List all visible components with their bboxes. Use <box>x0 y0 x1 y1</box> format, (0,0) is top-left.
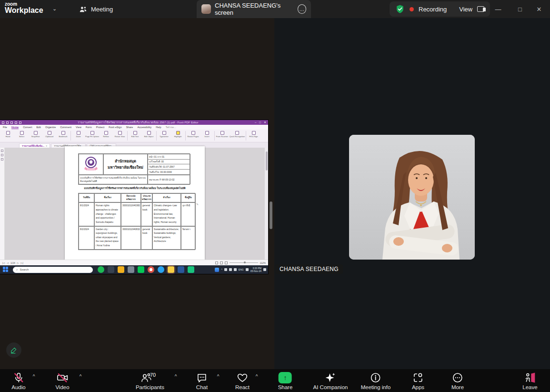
tool-fill-sign[interactable]: Fill & Sign <box>247 131 260 138</box>
minimize-button[interactable]: — <box>487 0 509 18</box>
taskbar-app-icon[interactable] <box>158 266 164 273</box>
chat-button[interactable]: Chat <box>196 372 208 390</box>
tab-meeting[interactable]: Meeting <box>72 0 120 18</box>
language-indicator[interactable]: ENG <box>239 268 244 271</box>
menu-edit[interactable]: Edit <box>36 126 40 129</box>
tool-from-scanner[interactable]: From Scanner <box>215 131 229 138</box>
col-header-type: ประเภท ทรัพยากร <box>141 193 152 202</box>
menu-form[interactable]: Form <box>86 126 92 129</box>
taskbar-app-icon[interactable] <box>178 266 184 273</box>
taskbar-clock[interactable]: 3:33 PM 05-Nov-24 <box>250 267 261 273</box>
taskbar-search-input[interactable]: ⌕ Search <box>13 267 93 273</box>
tool-bookmark[interactable]: Bookmark <box>56 131 70 138</box>
menu-foxit-esign[interactable]: Foxit eSign <box>109 126 122 129</box>
tell-me-search[interactable]: Tell me... <box>166 126 176 129</box>
doc-tab-1[interactable]: รายงานสถิติแฟ้มข้อ...✕ <box>19 143 50 148</box>
tool-rotate-pages[interactable]: Rotate Pages <box>186 131 200 138</box>
menu-help[interactable]: Help <box>156 126 161 129</box>
page-last-icon[interactable]: ▷| <box>21 261 23 264</box>
close-button[interactable]: ✕ <box>528 0 550 18</box>
participants-button[interactable]: 70 Participants <box>136 372 164 390</box>
page-next-icon[interactable]: ▷ <box>17 261 19 264</box>
tool-quick-recognition[interactable]: Quick Recognition <box>229 131 245 138</box>
tray-icon[interactable] <box>234 268 237 271</box>
tab-shared-screen[interactable]: CHANSA SEEDAENG's screen … <box>197 0 311 18</box>
close-icon[interactable]: ✕ <box>46 145 47 147</box>
video-options-chevron[interactable]: ^ <box>80 374 82 379</box>
taskbar-app-icon[interactable] <box>118 266 124 273</box>
tray-icon[interactable] <box>229 268 232 271</box>
keyboard-icon[interactable] <box>246 268 249 271</box>
tool-zoom[interactable]: Zoom <box>71 131 85 138</box>
annotate-button[interactable] <box>6 342 21 358</box>
page-first-icon[interactable]: |◁ <box>2 261 5 264</box>
tool-select[interactable]: Select <box>15 131 29 138</box>
pdf-scrollbar[interactable] <box>265 148 268 260</box>
menu-convert[interactable]: Convert <box>23 126 32 129</box>
tool-rotate-view[interactable]: Rotate View <box>113 131 127 138</box>
tool-highlight[interactable]: Highlight <box>171 131 185 138</box>
taskbar-app-icon[interactable] <box>188 266 194 273</box>
foxit-nav-panel-strip[interactable] <box>0 148 5 260</box>
tool-page-fit[interactable]: Page Fit Options <box>85 131 99 138</box>
react-options-chevron[interactable]: ^ <box>256 374 258 379</box>
tool-hand[interactable]: Hand <box>1 131 15 138</box>
menu-view[interactable]: View <box>76 126 81 129</box>
share-button[interactable]: ↑ Share <box>278 372 293 390</box>
audio-button[interactable]: Audio <box>11 372 25 390</box>
react-button[interactable]: React <box>235 372 250 390</box>
video-button[interactable]: Video <box>55 372 69 390</box>
notification-icon[interactable] <box>263 268 266 271</box>
menu-accessibility[interactable]: Accessibility <box>137 126 151 129</box>
zoom-slider[interactable] <box>230 262 258 263</box>
tool-snapshot[interactable]: SnapShot <box>29 131 42 138</box>
taskbar-app-icon[interactable] <box>138 266 144 273</box>
view-layout-icon[interactable] <box>477 6 484 12</box>
menu-file[interactable]: File <box>3 126 7 129</box>
leave-button[interactable]: Leave <box>522 372 537 390</box>
windows-start-icon[interactable] <box>3 267 9 273</box>
org-name-line2: มหาวิทยาลัยเชียงใหม่ <box>108 164 143 171</box>
page-prev-icon[interactable]: ◁ <box>7 261 9 264</box>
tab-options-ellipsis-icon[interactable]: … <box>298 4 306 14</box>
menu-home[interactable]: Home <box>11 126 19 129</box>
tool-edit-object[interactable]: Edit Object <box>142 131 156 138</box>
taskbar-app-icon[interactable] <box>148 266 154 273</box>
taskbar-app-icon[interactable] <box>128 266 134 273</box>
view-mode-icon[interactable] <box>225 261 228 264</box>
tray-app-icon[interactable] <box>215 268 219 272</box>
foxit-quick-access-icons[interactable] <box>2 121 21 124</box>
ai-companion-button[interactable]: AI Companion <box>313 372 348 390</box>
taskbar-foxit-active-icon[interactable] <box>168 266 174 273</box>
menu-protect[interactable]: Protect <box>96 126 104 129</box>
meeting-info-button[interactable]: Meeting info <box>361 372 391 390</box>
taskbar-app-icon[interactable] <box>108 266 114 273</box>
apps-button[interactable]: Apps <box>412 372 424 390</box>
view-mode-icon[interactable] <box>215 261 218 264</box>
chevron-down-icon[interactable]: ⌄ <box>52 6 57 12</box>
tool-reflow[interactable]: Reflow <box>99 131 113 138</box>
audio-options-chevron[interactable]: ^ <box>33 374 35 379</box>
tool-edit-text[interactable]: Edit Text <box>128 131 142 138</box>
security-shield-icon[interactable] <box>395 4 405 14</box>
chat-options-chevron[interactable]: ^ <box>217 374 220 379</box>
tool-clipboard[interactable]: Clipboard <box>42 131 56 138</box>
col-header-barcode: Barcode ทรัพยากร <box>121 193 141 202</box>
foxit-window-controls[interactable]: –□✕ <box>255 121 266 124</box>
more-button[interactable]: More <box>451 372 464 390</box>
chat-label: Chat <box>196 384 208 390</box>
menu-comment[interactable]: Comment <box>60 126 71 129</box>
participant-video-tile[interactable] <box>349 135 475 260</box>
view-button-label[interactable]: View <box>459 6 472 13</box>
menu-organize[interactable]: Organize <box>45 126 56 129</box>
tool-insert[interactable]: Insert <box>200 131 214 138</box>
panel-divider-handle[interactable] <box>270 201 272 229</box>
tray-icon[interactable] <box>224 268 227 271</box>
view-mode-icon[interactable] <box>220 261 223 264</box>
recording-label[interactable]: Recording <box>419 6 447 13</box>
participants-options-chevron[interactable]: ^ <box>175 374 177 379</box>
tray-chevron-up-icon[interactable]: ^ <box>221 268 222 271</box>
tool-typewriter[interactable]: Typewriter <box>157 131 171 138</box>
menu-share[interactable]: Share <box>126 126 133 129</box>
taskbar-app-icon[interactable] <box>98 266 104 273</box>
